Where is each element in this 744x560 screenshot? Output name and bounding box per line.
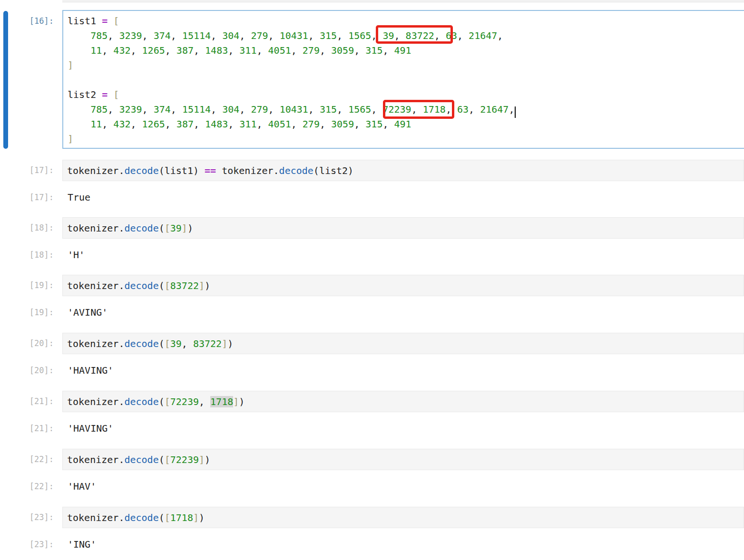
execution-count-input-23: [23]:: [0, 512, 54, 522]
cell-23-output: 'ING': [68, 539, 96, 550]
execution-count-input-17: [17]:: [0, 165, 54, 175]
selected-cell-indicator[interactable]: [3, 11, 8, 149]
cell-22-code[interactable]: tokenizer.decode([72239]): [67, 454, 210, 465]
cell-23-code[interactable]: tokenizer.decode([1718]): [67, 512, 205, 523]
cell-20-output: 'HAVING': [68, 365, 113, 376]
execution-count-output-22: [22]:: [0, 481, 54, 492]
cell-19-code-editor[interactable]: tokenizer.decode([83722]): [62, 275, 744, 296]
cell-21-output: 'HAVING': [68, 423, 113, 434]
cell-17-code-editor[interactable]: tokenizer.decode(list1) == tokenizer.dec…: [62, 160, 744, 181]
cell-20-code[interactable]: tokenizer.decode([39, 83722]): [67, 338, 233, 349]
cell-18-code[interactable]: tokenizer.decode([39]): [67, 222, 193, 234]
cell-17-code[interactable]: tokenizer.decode(list1) == tokenizer.dec…: [67, 165, 353, 176]
execution-count-input-22: [22]:: [0, 454, 54, 464]
text-cursor: [515, 106, 516, 118]
execution-count-output-20: [20]:: [0, 365, 54, 376]
cell-18-output: 'H': [68, 250, 85, 260]
cell-20-code-editor[interactable]: tokenizer.decode([39, 83722]): [62, 333, 744, 354]
execution-count-output-17: [17]:: [0, 192, 54, 203]
cell-19-code[interactable]: tokenizer.decode([83722]): [67, 280, 210, 291]
cell-19-output: 'AVING': [68, 307, 108, 318]
execution-count-output-21: [21]:: [0, 423, 54, 434]
execution-count-output-23: [23]:: [0, 539, 54, 550]
cell-21-code-editor[interactable]: tokenizer.decode([72239, 1718]): [62, 391, 744, 412]
execution-count-output-19: [19]:: [0, 307, 54, 318]
execution-count-input-20: [20]:: [0, 338, 54, 348]
execution-count-input-21: [21]:: [0, 396, 54, 406]
execution-count-output-18: [18]:: [0, 250, 54, 260]
previous-cell-edge: [62, 0, 744, 2]
execution-count-input-16: [16]:: [0, 16, 54, 26]
execution-count-input-18: [18]:: [0, 222, 54, 233]
notebook-area: [16]: list1 = [ 785, 3239, 374, 15114, 3…: [0, 0, 744, 560]
cell-17-output: True: [68, 192, 90, 203]
execution-count-input-19: [19]:: [0, 280, 54, 290]
cell-22-output: 'HAV': [68, 481, 96, 492]
cell-18-code-editor[interactable]: tokenizer.decode([39]): [62, 217, 744, 239]
red-annotation-box-39-83722: [376, 25, 453, 44]
cell-21-code[interactable]: tokenizer.decode([72239, 1718]): [67, 396, 245, 407]
cell-16-code-editor[interactable]: list1 = [ 785, 3239, 374, 15114, 304, 27…: [62, 10, 744, 149]
cell-22-code-editor[interactable]: tokenizer.decode([72239]): [62, 449, 744, 470]
red-annotation-box-72239-1718: [383, 100, 454, 119]
cell-23-code-editor[interactable]: tokenizer.decode([1718]): [62, 507, 744, 528]
